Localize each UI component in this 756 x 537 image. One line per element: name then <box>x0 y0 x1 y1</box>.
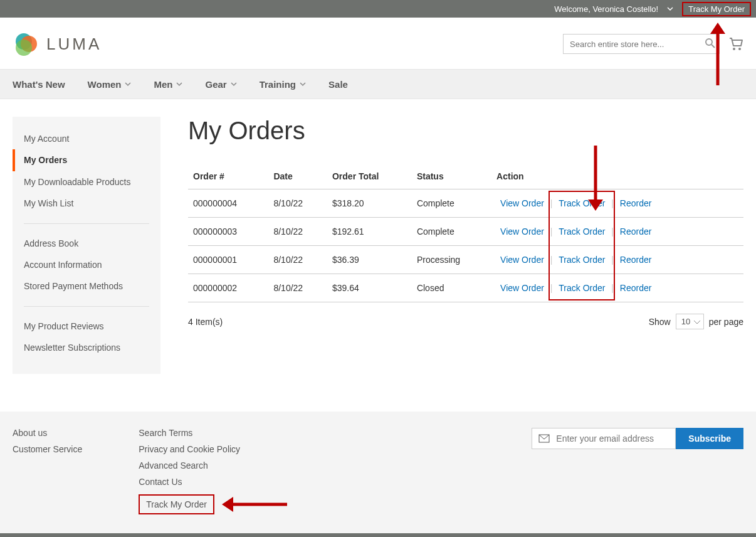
cell-total: $192.61 <box>327 218 412 246</box>
orders-table: Order #DateOrder TotalStatusAction 00000… <box>188 164 743 302</box>
reorder-link[interactable]: Reorder <box>616 198 656 208</box>
track-order-link[interactable]: Track Order <box>555 283 609 293</box>
cell-order-no: 000000001 <box>188 246 268 274</box>
reorder-link[interactable]: Reorder <box>616 226 656 237</box>
footer: About usCustomer Service Search TermsPri… <box>0 412 756 533</box>
track-order-link[interactable]: Track Order <box>555 255 609 265</box>
sidebar-item-address-book[interactable]: Address Book <box>13 233 160 254</box>
sidebar-item-my-orders[interactable]: My Orders <box>13 149 160 171</box>
track-my-order-top-link[interactable]: Track My Order <box>682 2 751 16</box>
track-order-link[interactable]: Track Order <box>555 226 609 237</box>
toolbar: 4 Item(s) Show 10 per page <box>188 314 743 329</box>
table-row: 0000000038/10/22$192.61CompleteView Orde… <box>188 218 743 246</box>
logo-icon <box>13 30 40 58</box>
newsletter-input[interactable] <box>556 433 669 444</box>
sidebar: My AccountMy OrdersMy Downloadable Produ… <box>13 117 160 374</box>
footer-link-customer-service[interactable]: Customer Service <box>13 444 82 454</box>
sidebar-list: My AccountMy OrdersMy Downloadable Produ… <box>13 128 160 359</box>
column-header-action: Action <box>491 164 743 189</box>
nav-list: What's NewWomenMenGearTrainingSale <box>13 70 743 98</box>
reorder-link[interactable]: Reorder <box>616 255 656 265</box>
sidebar-item-my-wish-list[interactable]: My Wish List <box>13 193 160 214</box>
cell-action: View Order | Track Order | Reorder <box>491 274 743 302</box>
cell-action: View Order | Track Order | Reorder <box>491 218 743 246</box>
footer-link-search-terms[interactable]: Search Terms <box>139 428 240 438</box>
limiter-select[interactable]: 10 <box>676 314 704 329</box>
nav-item-label: What's New <box>13 79 65 90</box>
newsletter: Subscribe <box>532 428 743 514</box>
action-separator: | <box>548 283 555 293</box>
svg-point-6 <box>738 48 741 50</box>
svg-point-5 <box>733 48 735 50</box>
svg-point-2 <box>16 40 32 56</box>
footer-link-track-my-order[interactable]: Track My Order <box>139 494 214 514</box>
nav-item-gear[interactable]: Gear <box>205 70 236 98</box>
view-order-link[interactable]: View Order <box>496 226 548 237</box>
action-separator: | <box>609 198 616 208</box>
cart-icon[interactable] <box>728 37 743 51</box>
footer-link-privacy-and-cookie-policy[interactable]: Privacy and Cookie Policy <box>139 444 240 454</box>
sidebar-item-my-account[interactable]: My Account <box>13 128 160 149</box>
footer-link-about-us[interactable]: About us <box>13 428 82 438</box>
limiter-show-label: Show <box>649 317 671 327</box>
column-header-order-: Order # <box>188 164 268 189</box>
subscribe-button[interactable]: Subscribe <box>676 428 743 449</box>
sidebar-item-my-downloadable-products[interactable]: My Downloadable Products <box>13 171 160 193</box>
view-order-link[interactable]: View Order <box>496 283 548 293</box>
chevron-down-icon <box>176 81 182 87</box>
footer-link-advanced-search[interactable]: Advanced Search <box>139 460 240 471</box>
table-row: 0000000018/10/22$36.39ProcessingView Ord… <box>188 246 743 274</box>
sidebar-item-my-product-reviews[interactable]: My Product Reviews <box>13 316 160 337</box>
sidebar-item-newsletter-subscriptions[interactable]: Newsletter Subscriptions <box>13 337 160 358</box>
svg-point-3 <box>706 39 712 45</box>
logo[interactable]: LUMA <box>13 30 102 58</box>
view-order-link[interactable]: View Order <box>496 255 548 265</box>
footer-col-1: About usCustomer Service <box>13 428 82 514</box>
nav-item-sale[interactable]: Sale <box>328 70 348 98</box>
chevron-down-icon <box>125 81 131 87</box>
welcome-text: Welcome, Veronica Costello! <box>549 4 663 14</box>
column-header-order-total: Order Total <box>327 164 412 189</box>
nav-item-training[interactable]: Training <box>260 70 306 98</box>
mail-icon <box>538 434 550 443</box>
cell-date: 8/10/22 <box>268 189 327 218</box>
table-row: 0000000028/10/22$39.64ClosedView Order |… <box>188 274 743 302</box>
action-separator: | <box>609 226 616 237</box>
sidebar-separator <box>24 306 149 307</box>
header-right <box>563 34 743 54</box>
sidebar-item-account-information[interactable]: Account Information <box>13 254 160 275</box>
reorder-link[interactable]: Reorder <box>616 283 656 293</box>
orders-table-header-row: Order #DateOrder TotalStatusAction <box>188 164 743 189</box>
cell-total: $39.64 <box>327 274 412 302</box>
top-panel: Welcome, Veronica Costello! Track My Ord… <box>0 0 756 18</box>
chevron-down-icon <box>231 81 237 87</box>
cell-action: View Order | Track Order | Reorder <box>491 189 743 218</box>
welcome-message[interactable]: Welcome, Veronica Costello! <box>544 4 678 14</box>
sidebar-item-stored-payment-methods[interactable]: Stored Payment Methods <box>13 275 160 297</box>
nav-item-label: Women <box>88 79 122 90</box>
search-input[interactable] <box>563 34 720 54</box>
cell-status: Complete <box>412 218 491 246</box>
column-header-date: Date <box>268 164 327 189</box>
cell-order-no: 000000003 <box>188 218 268 246</box>
column-header-status: Status <box>412 164 491 189</box>
main-content: My Orders Order #DateOrder TotalStatusAc… <box>188 117 743 374</box>
track-order-link[interactable]: Track Order <box>555 198 609 208</box>
view-order-link[interactable]: View Order <box>496 198 548 208</box>
footer-link-contact-us[interactable]: Contact Us <box>139 477 240 487</box>
copyright: Copyright © 2022-present Magento, Inc. A… <box>0 533 756 537</box>
cell-date: 8/10/22 <box>268 246 327 274</box>
nav-item-what-s-new[interactable]: What's New <box>13 70 65 98</box>
cell-status: Processing <box>412 246 491 274</box>
cell-date: 8/10/22 <box>268 218 327 246</box>
limiter: Show 10 per page <box>649 314 743 329</box>
toolbar-count: 4 Item(s) <box>188 317 223 327</box>
nav-item-women[interactable]: Women <box>88 70 132 98</box>
cell-status: Complete <box>412 189 491 218</box>
sidebar-separator <box>24 223 149 224</box>
search-icon[interactable] <box>705 38 716 49</box>
nav-item-men[interactable]: Men <box>154 70 182 98</box>
action-separator: | <box>548 198 555 208</box>
cell-total: $318.20 <box>327 189 412 218</box>
nav-bar: What's NewWomenMenGearTrainingSale <box>0 69 756 99</box>
